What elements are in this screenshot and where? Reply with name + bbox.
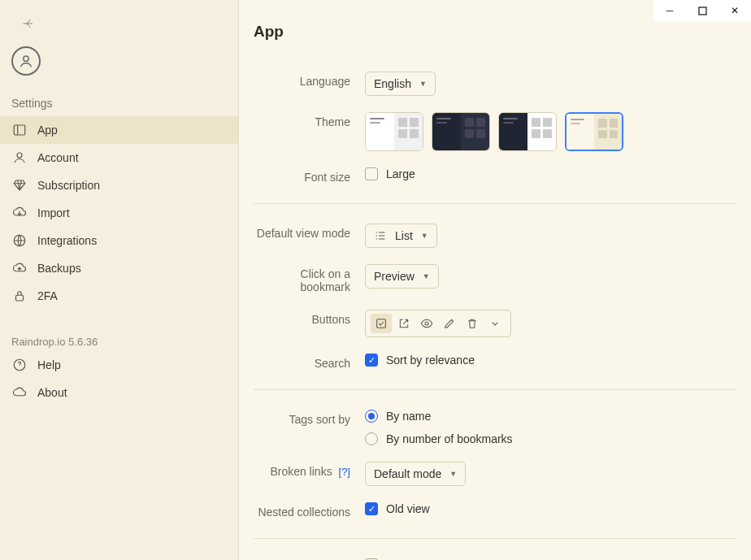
sidebar-item-label: 2FA xyxy=(37,289,58,302)
window-close[interactable]: ✕ xyxy=(718,0,751,21)
svg-rect-2 xyxy=(14,125,25,135)
btn-edit[interactable] xyxy=(439,314,460,333)
sidebar-item-label: Subscription xyxy=(37,179,100,192)
sidebar-item-label: Help xyxy=(37,358,61,371)
label-search: Search xyxy=(254,354,365,370)
option-by-name: By name xyxy=(386,410,431,423)
theme-option-mixed[interactable] xyxy=(498,112,557,151)
sidebar-item-2fa[interactable]: 2FA xyxy=(0,282,238,310)
sidebar-item-subscription[interactable]: Subscription xyxy=(0,171,238,199)
radio-tags-by-count[interactable] xyxy=(365,432,378,445)
avatar[interactable] xyxy=(11,46,41,76)
sidebar-item-label: About xyxy=(37,386,67,399)
globe-icon xyxy=(11,232,28,249)
svg-point-8 xyxy=(425,322,428,325)
checkbox-large-font[interactable] xyxy=(365,167,378,180)
btn-delete[interactable] xyxy=(462,314,483,333)
sidebar-item-account[interactable]: Account xyxy=(0,144,238,171)
sidebar-item-app[interactable]: App xyxy=(0,116,238,144)
btn-more[interactable] xyxy=(484,314,506,333)
option-sort-relevance: Sort by relevance xyxy=(386,354,475,367)
divider xyxy=(254,389,736,390)
chevron-down-icon: ▼ xyxy=(423,272,430,280)
sidebar-item-label: Account xyxy=(37,151,79,164)
svg-point-1 xyxy=(24,56,28,61)
buttons-group xyxy=(365,310,511,337)
btn-open-external[interactable] xyxy=(393,314,415,333)
chevron-down-icon: ▼ xyxy=(421,232,428,240)
theme-option-light[interactable] xyxy=(365,112,423,151)
lock-icon xyxy=(11,288,28,304)
sidebar-item-import[interactable]: Import xyxy=(0,199,238,227)
main-content: App Language English ▼ Theme xyxy=(239,0,751,560)
divider xyxy=(254,538,736,539)
sidebar-item-backups[interactable]: Backups xyxy=(0,254,238,282)
option-old-view: Old view xyxy=(386,502,430,515)
language-select[interactable]: English ▼ xyxy=(365,72,436,96)
cloud-icon xyxy=(11,384,28,401)
diamond-icon xyxy=(11,177,28,193)
option-large: Large xyxy=(386,167,415,180)
help-link-broken[interactable]: [?] xyxy=(339,466,350,478)
sidebar-item-help[interactable]: Help xyxy=(0,351,238,379)
window-minimize[interactable]: ─ xyxy=(653,0,686,21)
window-icon xyxy=(11,122,28,138)
label-buttons: Buttons xyxy=(254,310,365,326)
btn-check[interactable] xyxy=(371,314,392,333)
svg-rect-7 xyxy=(377,319,386,328)
sidebar-item-integrations[interactable]: Integrations xyxy=(0,227,238,254)
chevron-down-icon: ▼ xyxy=(419,80,427,88)
sidebar-item-label: Import xyxy=(37,206,70,219)
window-maximize[interactable] xyxy=(686,0,718,21)
view-mode-select[interactable]: List ▼ xyxy=(365,224,437,248)
divider xyxy=(254,203,736,204)
theme-option-dark[interactable] xyxy=(432,112,490,151)
svg-rect-5 xyxy=(16,295,24,301)
checkbox-sort-relevance[interactable] xyxy=(365,354,378,367)
broken-links-select[interactable]: Default mode ▼ xyxy=(365,462,466,486)
label-tags-sort: Tags sort by xyxy=(254,410,365,426)
sidebar: Settings App Account Subscription Import… xyxy=(0,0,239,560)
click-bookmark-select[interactable]: Preview ▼ xyxy=(365,264,439,289)
user-icon xyxy=(11,150,28,166)
import-icon xyxy=(11,205,28,221)
label-click-bookmark: Click on a bookmark xyxy=(254,264,365,293)
sidebar-item-label: Integrations xyxy=(37,234,97,247)
sidebar-item-label: Backups xyxy=(37,262,81,275)
svg-point-3 xyxy=(17,153,22,158)
label-broken-links: Broken links [?] xyxy=(254,462,365,478)
option-by-count: By number of bookmarks xyxy=(386,432,513,445)
cloud-up-icon xyxy=(11,260,28,276)
label-nested: Nested collections xyxy=(254,502,365,519)
page-title: App xyxy=(254,23,736,41)
theme-option-sepia[interactable] xyxy=(565,112,623,151)
back-icon[interactable] xyxy=(21,20,36,33)
version-text: Raindrop.io 5.6.36 xyxy=(0,329,238,351)
radio-tags-by-name[interactable] xyxy=(365,410,378,423)
label-language: Language xyxy=(254,72,365,88)
label-theme: Theme xyxy=(254,112,365,128)
svg-rect-0 xyxy=(699,7,706,15)
help-icon xyxy=(11,357,28,373)
chevron-down-icon: ▼ xyxy=(449,470,457,478)
btn-preview[interactable] xyxy=(416,314,437,333)
label-view-mode: Default view mode xyxy=(254,224,365,240)
label-font-size: Font size xyxy=(254,167,365,184)
sidebar-section-label: Settings xyxy=(0,92,238,116)
checkbox-old-view[interactable] xyxy=(365,502,378,515)
sidebar-item-about[interactable]: About xyxy=(0,379,238,406)
sidebar-item-label: App xyxy=(37,124,58,137)
